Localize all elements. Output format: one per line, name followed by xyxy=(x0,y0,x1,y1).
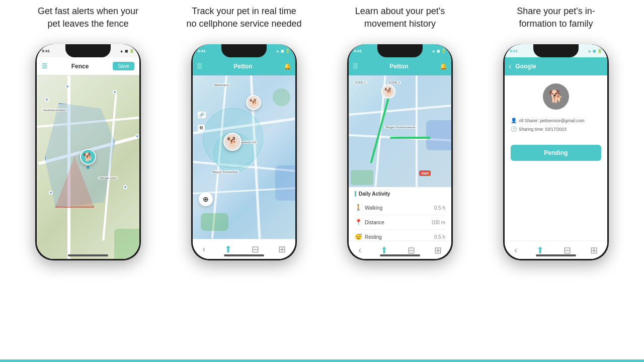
fence-corner-4 xyxy=(135,134,139,138)
map-label-2: Danger zone xyxy=(98,176,117,179)
phone-2-bottom-bar xyxy=(224,254,264,256)
menu-icon-3[interactable]: ☰ xyxy=(353,63,358,70)
nav-map-icon[interactable]: ⊟ xyxy=(252,244,259,255)
feature-title-4: Share your pet's in- formation to family xyxy=(517,5,595,35)
phone-1-screen: 9:41 ▲ ◼ 🔋 ☰ Fence Save xyxy=(37,44,139,259)
map-bg-1: Haukelandsveien Danger zone 🐕 xyxy=(37,75,139,259)
walking-value: 0.5 h xyxy=(434,205,445,211)
chain-icon-2[interactable]: ⛓ xyxy=(198,125,205,131)
pending-button[interactable]: Pending xyxy=(511,145,601,161)
page-container: Get fast alerts when your pet leaves the… xyxy=(0,0,644,362)
phone1-map: Haukelandsveien Danger zone 🐕 xyxy=(37,75,139,259)
map3-street-4 xyxy=(416,75,418,187)
share-email: pettservice@gmail.com xyxy=(540,118,584,123)
map-label-3: Møhlenpris xyxy=(213,83,230,86)
phone-4: 9:41 ▲ ◼ 🔋 ‹ Google 🐕 xyxy=(503,44,609,260)
map-label-5: Bergen Konserthus xyxy=(211,170,239,173)
bell-icon-3[interactable]: 🔔 xyxy=(440,63,447,70)
menu-icon-2[interactable]: ☰ xyxy=(197,63,202,70)
map-bg-2: Møhlenpris Bergen Sentrum AS Bergen Kons… xyxy=(193,75,295,239)
bell-icon-2[interactable]: 🔔 xyxy=(284,63,291,70)
phone3-stats: Daily Activity 🚶 Walking 0.5 h 📍 xyxy=(349,187,451,241)
feature-title-1: Get fast alerts when your pet leaves the… xyxy=(38,5,138,35)
person-icon: 👤 xyxy=(511,118,517,123)
feature-title-2: Track your pet in real time no cellphone… xyxy=(186,5,301,35)
location-button[interactable]: ⊕ xyxy=(199,192,213,206)
phone2-app-bar: ☰ Petton 🔔 xyxy=(193,57,295,75)
resting-value: 0.5 h xyxy=(434,234,445,240)
features-row: Get fast alerts when your pet leaves the… xyxy=(0,0,644,362)
phone1-header: ☰ Fence Save xyxy=(37,57,139,75)
phone3-app-bar: ☰ Petton 🔔 xyxy=(349,57,451,75)
feature-history: Learn about your pet's movement history … xyxy=(330,5,470,260)
phone3-map: KODE 1 KODE 2 Bergen Kunstmuseum start 🐕 xyxy=(349,75,451,187)
map3-street-1 xyxy=(349,105,451,116)
phone-3-bottom-bar xyxy=(380,254,420,256)
green-area-3a xyxy=(351,170,373,185)
start-pin: start xyxy=(419,170,431,176)
nav-back-icon-3[interactable]: ‹ xyxy=(358,245,361,255)
distance-label: Distance xyxy=(365,220,384,225)
nav-share-icon[interactable]: ⬆ xyxy=(224,244,232,255)
back-arrow-icon[interactable]: ‹ xyxy=(509,62,511,71)
status-bar-4: 9:41 ▲ ◼ 🔋 xyxy=(505,44,607,57)
phone-4-screen: 9:41 ▲ ◼ 🔋 ‹ Google 🐕 xyxy=(505,44,607,259)
feature-share: Share your pet's in- formation to family… xyxy=(486,5,626,260)
nav-grid-icon[interactable]: ⊞ xyxy=(278,244,286,255)
distance-icon: 📍 xyxy=(355,219,362,226)
phone-2-screen: 9:41 ▲ ◼ 🔋 ☰ Petton 🔔 xyxy=(193,44,295,259)
walking-label: Walking xyxy=(365,205,382,211)
green-area-3 xyxy=(273,88,290,106)
sharing-time-value: 03/17/2023 xyxy=(545,127,567,132)
nav-grid-icon-4[interactable]: ⊞ xyxy=(590,245,598,256)
fence-corner-5 xyxy=(123,185,127,189)
app-title-2: Petton xyxy=(233,63,252,70)
share-email-row: 👤 All Sharer: pettservice@gmail.com xyxy=(511,118,601,123)
phone-3: 9:41 ▲ ◼ 🔋 ☰ Petton 🔔 xyxy=(347,44,453,260)
sharing-time-label: Sharing time: xyxy=(519,127,544,132)
route-line-2 xyxy=(390,137,431,139)
pet-avatar-3: 🐕 xyxy=(246,95,261,110)
nav-back-icon-4[interactable]: ‹ xyxy=(514,245,517,255)
daily-activity-title: Daily Activity xyxy=(355,191,445,197)
pet-avatar-1: 🐕 xyxy=(80,149,96,165)
pet-pin-3: 🐕 xyxy=(246,95,261,110)
phone-4-bottom-bar xyxy=(536,254,576,256)
pin-dot-1 xyxy=(87,166,90,169)
chain-icon-1[interactable]: 🔗 xyxy=(198,112,206,118)
phone-2: 9:41 ▲ ◼ 🔋 ☰ Petton 🔔 xyxy=(191,44,297,260)
resting-label: Resting xyxy=(365,234,382,240)
status-bar-3: 9:41 ▲ ◼ 🔋 xyxy=(349,44,451,57)
green-area-2 xyxy=(201,213,228,231)
stat-row-distance: 📍 Distance 100 m xyxy=(355,215,445,230)
phone4-header: ‹ Google xyxy=(505,57,607,75)
history-pet-avatar: 🐕 xyxy=(381,84,395,99)
share-content: 🐕 👤 All Sharer: pettservice@gmail.com xyxy=(505,75,607,241)
resting-icon: 😴 xyxy=(355,233,362,240)
history-pet-pin: 🐕 xyxy=(381,84,395,99)
nav-grid-icon-3[interactable]: ⊞ xyxy=(434,245,442,256)
feature-fence-alerts: Get fast alerts when your pet leaves the… xyxy=(18,5,158,260)
status-bar-2: 9:41 ▲ ◼ 🔋 xyxy=(193,44,295,57)
phone-1: 9:41 ▲ ◼ 🔋 ☰ Fence Save xyxy=(35,44,141,260)
status-bar-1: 9:41 ▲ ◼ 🔋 xyxy=(37,44,139,57)
app-title-4: Google xyxy=(515,63,536,70)
park-area xyxy=(114,229,139,259)
nav-back-icon[interactable]: ‹ xyxy=(202,244,205,254)
share-label: All Sharer: xyxy=(519,118,539,123)
phone-3-screen: 9:41 ▲ ◼ 🔋 ☰ Petton 🔔 xyxy=(349,44,451,259)
save-button-1[interactable]: Save xyxy=(113,62,134,70)
clock-icon: 🕐 xyxy=(511,126,517,132)
pet-pin-1: 🐕 xyxy=(80,149,96,169)
map-bg-3: KODE 1 KODE 2 Bergen Kunstmuseum start 🐕 xyxy=(349,75,451,187)
pet-avatar-2: 🐕 xyxy=(223,133,242,151)
feature-realtime: Track your pet in real time no cellphone… xyxy=(174,5,314,260)
map-label-6: KODE 1 xyxy=(354,81,367,84)
distance-value: 100 m xyxy=(431,220,445,225)
bottom-teal-line xyxy=(0,359,644,362)
fence-corner-3 xyxy=(113,90,117,94)
menu-icon[interactable]: ☰ xyxy=(42,63,47,70)
map-label-8: Bergen Kunstmuseum xyxy=(384,126,416,129)
phone2-map: Møhlenpris Bergen Sentrum AS Bergen Kons… xyxy=(193,75,295,239)
water-area xyxy=(275,165,295,201)
